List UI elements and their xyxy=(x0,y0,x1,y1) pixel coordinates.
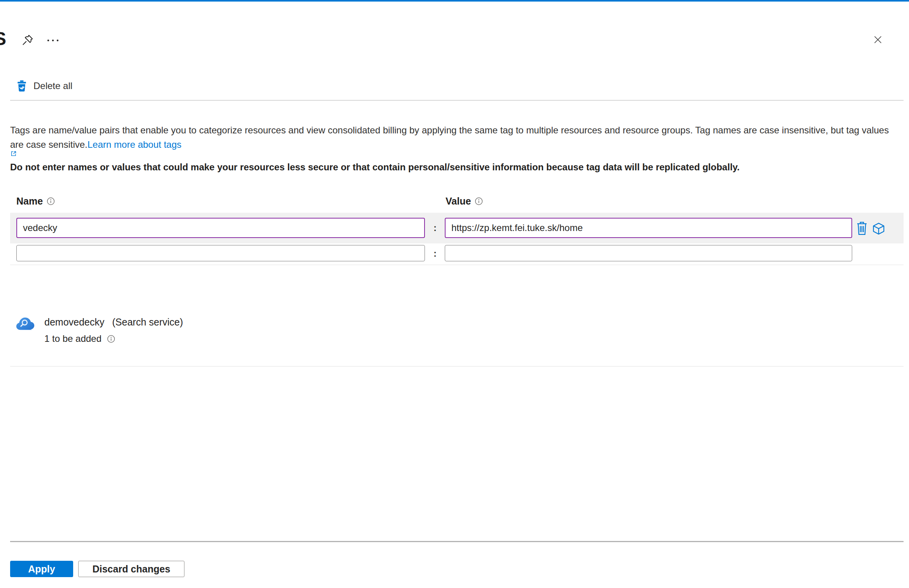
tags-blade: S xyxy=(0,0,909,588)
ellipsis-icon xyxy=(46,36,60,45)
security-warning-text: Do not enter names or values that could … xyxy=(10,162,902,173)
blade-title-fragment: S xyxy=(0,28,6,49)
tag-name-input-row2[interactable] xyxy=(16,245,425,261)
learn-more-link[interactable]: Learn more about tags xyxy=(88,139,182,150)
delete-all-label: Delete all xyxy=(33,80,72,91)
apply-button[interactable]: Apply xyxy=(10,561,73,577)
info-circle-icon[interactable] xyxy=(475,197,483,205)
portal-top-accent-bar xyxy=(0,0,909,2)
resource-name-line: demovedecky (Search service) xyxy=(44,317,183,328)
resource-cube-button[interactable] xyxy=(872,222,886,236)
close-x-icon xyxy=(872,33,884,46)
delete-tag-row-button[interactable] xyxy=(856,221,868,236)
pending-status: 1 to be added xyxy=(44,333,102,344)
rows-bottom-divider xyxy=(10,264,904,265)
resource-pending-line: 1 to be added xyxy=(44,333,183,344)
name-value-separator: : xyxy=(427,222,443,233)
tags-description: Tags are name/value pairs that enable yo… xyxy=(10,123,902,159)
more-options-button[interactable] xyxy=(46,36,60,45)
external-link-icon xyxy=(10,150,902,157)
resource-section-divider xyxy=(10,366,904,367)
name-value-separator: : xyxy=(427,248,443,259)
resource-info: demovedecky (Search service) 1 to be add… xyxy=(44,317,183,344)
resource-summary: demovedecky (Search service) 1 to be add… xyxy=(16,317,183,344)
resource-name: demovedecky xyxy=(44,317,104,328)
pin-button[interactable] xyxy=(21,33,34,47)
value-header-label: Value xyxy=(446,196,471,207)
tag-name-input-row1[interactable] xyxy=(16,218,425,238)
tag-value-input-row1[interactable] xyxy=(445,218,852,238)
trash-outline-icon xyxy=(856,221,868,236)
footer-divider xyxy=(10,541,904,542)
info-circle-icon[interactable] xyxy=(47,197,55,205)
tag-value-input-row2[interactable] xyxy=(445,245,852,261)
info-circle-icon[interactable] xyxy=(107,335,115,343)
delete-all-button[interactable]: Delete all xyxy=(16,79,72,93)
value-column-header: Value xyxy=(446,196,483,207)
toolbar-divider xyxy=(10,100,904,101)
discard-changes-button[interactable]: Discard changes xyxy=(78,561,184,577)
resource-type: (Search service) xyxy=(112,317,183,328)
name-header-label: Name xyxy=(16,196,43,207)
pushpin-icon xyxy=(21,33,34,47)
cube-outline-icon xyxy=(872,222,886,236)
trash-with-check-icon xyxy=(16,80,27,92)
close-button[interactable] xyxy=(872,33,884,46)
cloud-magnifier-icon xyxy=(16,317,35,344)
name-column-header: Name xyxy=(16,196,55,207)
